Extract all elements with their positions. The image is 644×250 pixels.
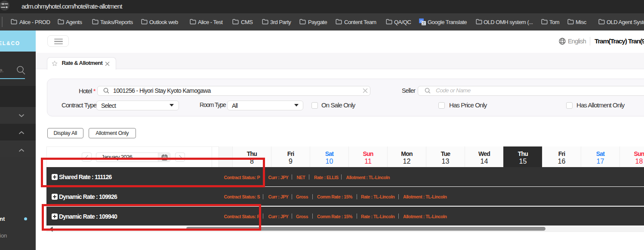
svg-text:文: 文 xyxy=(422,21,425,25)
